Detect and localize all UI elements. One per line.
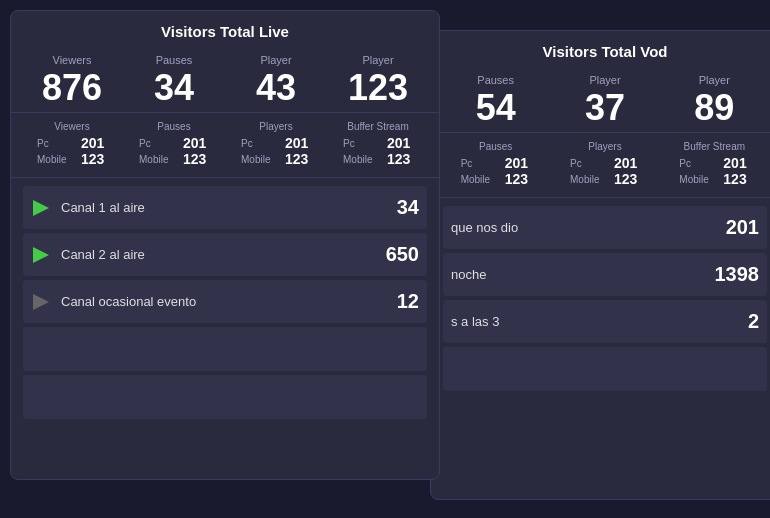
live-buffer-mobile-value: 123 bbox=[387, 151, 410, 167]
live-viewers-pc-value: 201 bbox=[81, 135, 104, 151]
live-bottom-buffer-label: Buffer Stream bbox=[347, 121, 409, 132]
live-stat-player43: Player 43 bbox=[241, 54, 311, 106]
vod-buffer-pc-value: 201 bbox=[723, 155, 746, 171]
live-players-mobile-value: 123 bbox=[285, 151, 308, 167]
vod-bottom-pauses-label: Pauses bbox=[479, 141, 512, 152]
vod-channels-section: que nos dio 201 noche 1398 s a las 3 2 bbox=[431, 198, 770, 403]
live-channels-section: Canal 1 al aire 34 Canal 2 al aire 650 C… bbox=[11, 178, 439, 431]
vod-channel-count-3: 2 bbox=[748, 310, 759, 333]
live-bottom-players: Players Pc 201 Mobile 123 bbox=[241, 121, 311, 167]
live-viewers-mobile-value: 123 bbox=[81, 151, 104, 167]
vod-bottom-buffer-label: Buffer Stream bbox=[684, 141, 746, 152]
live-buffer-pc-label: Pc bbox=[343, 138, 381, 149]
vod-player2-label: Player bbox=[699, 74, 730, 86]
vod-buffer-pc-row: Pc 201 bbox=[679, 155, 746, 171]
live-pauses-pc-value: 201 bbox=[183, 135, 206, 151]
vod-buffer-mobile-label: Mobile bbox=[679, 174, 717, 185]
live-empty-row-2 bbox=[23, 375, 427, 419]
vod-player1-label: Player bbox=[589, 74, 620, 86]
live-channel-name-3: Canal ocasional evento bbox=[61, 294, 397, 309]
vod-card-title: Visitors Total Vod bbox=[431, 31, 770, 68]
vod-bottom-players: Players Pc 201 Mobile 123 bbox=[570, 141, 640, 187]
vod-channel-name-3: s a las 3 bbox=[451, 314, 748, 329]
vod-channel-row-1[interactable]: que nos dio 201 bbox=[443, 206, 767, 249]
vod-players-pc-value: 201 bbox=[614, 155, 637, 171]
vod-players-pc-row: Pc 201 bbox=[570, 155, 637, 171]
live-top-stats: Viewers 876 Pauses 34 Player 43 Player 1… bbox=[11, 48, 439, 113]
live-channel-count-2: 650 bbox=[386, 243, 419, 266]
live-viewers-value: 876 bbox=[42, 70, 102, 106]
vod-stat-pauses: Pauses 54 bbox=[461, 74, 531, 126]
svg-marker-0 bbox=[33, 200, 49, 216]
live-viewers-pc-label: Pc bbox=[37, 138, 75, 149]
live-channel-row-3[interactable]: Canal ocasional evento 12 bbox=[23, 280, 427, 323]
live-viewers-mobile-row: Mobile 123 bbox=[37, 151, 104, 167]
live-pauses-pc-row: Pc 201 bbox=[139, 135, 206, 151]
live-viewers-pc-row: Pc 201 bbox=[37, 135, 104, 151]
vod-channel-row-3[interactable]: s a las 3 2 bbox=[443, 300, 767, 343]
live-channel-count-3: 12 bbox=[397, 290, 419, 313]
live-card-title: Visitors Total Live bbox=[11, 11, 439, 48]
live-pauses-label: Pauses bbox=[156, 54, 193, 66]
vod-card: Visitors Total Vod Pauses 54 Player 37 P… bbox=[430, 30, 770, 500]
live-pauses-mobile-label: Mobile bbox=[139, 154, 177, 165]
live-viewers-mobile-label: Mobile bbox=[37, 154, 75, 165]
live-player43-label: Player bbox=[260, 54, 291, 66]
live-stat-pauses: Pauses 34 bbox=[139, 54, 209, 106]
play-icon-3 bbox=[31, 292, 51, 312]
live-player123-value: 123 bbox=[348, 70, 408, 106]
vod-channel-count-2: 1398 bbox=[715, 263, 760, 286]
live-channel-row-1[interactable]: Canal 1 al aire 34 bbox=[23, 186, 427, 229]
live-channel-row-2[interactable]: Canal 2 al aire 650 bbox=[23, 233, 427, 276]
vod-players-mobile-label: Mobile bbox=[570, 174, 608, 185]
live-pauses-pc-label: Pc bbox=[139, 138, 177, 149]
live-empty-row-1 bbox=[23, 327, 427, 371]
live-player123-label: Player bbox=[362, 54, 393, 66]
vod-pauses-pc-row: Pc 201 bbox=[461, 155, 528, 171]
live-pauses-mobile-value: 123 bbox=[183, 151, 206, 167]
svg-marker-2 bbox=[33, 294, 49, 310]
vod-pauses-mobile-value: 123 bbox=[505, 171, 528, 187]
live-players-pc-label: Pc bbox=[241, 138, 279, 149]
vod-pauses-mobile-row: Mobile 123 bbox=[461, 171, 528, 187]
live-bottom-viewers-label: Viewers bbox=[54, 121, 89, 132]
live-bottom-players-label: Players bbox=[259, 121, 292, 132]
vod-bottom-pauses: Pauses Pc 201 Mobile 123 bbox=[461, 141, 531, 187]
vod-player1-value: 37 bbox=[585, 90, 625, 126]
play-icon-2 bbox=[31, 245, 51, 265]
vod-stat-player1: Player 37 bbox=[570, 74, 640, 126]
live-player43-value: 43 bbox=[256, 70, 296, 106]
live-bottom-pauses-label: Pauses bbox=[157, 121, 190, 132]
vod-channel-name-1: que nos dio bbox=[451, 220, 726, 235]
live-bottom-pauses: Pauses Pc 201 Mobile 123 bbox=[139, 121, 209, 167]
vod-channel-row-2[interactable]: noche 1398 bbox=[443, 253, 767, 296]
live-viewers-label: Viewers bbox=[53, 54, 92, 66]
svg-marker-1 bbox=[33, 247, 49, 263]
vod-bottom-players-label: Players bbox=[588, 141, 621, 152]
vod-buffer-pc-label: Pc bbox=[679, 158, 717, 169]
live-card: Visitors Total Live Viewers 876 Pauses 3… bbox=[10, 10, 440, 480]
live-channel-name-1: Canal 1 al aire bbox=[61, 200, 397, 215]
vod-players-mobile-value: 123 bbox=[614, 171, 637, 187]
live-buffer-pc-row: Pc 201 bbox=[343, 135, 410, 151]
live-buffer-mobile-row: Mobile 123 bbox=[343, 151, 410, 167]
live-channel-name-2: Canal 2 al aire bbox=[61, 247, 386, 262]
vod-pauses-pc-label: Pc bbox=[461, 158, 499, 169]
vod-channel-name-2: noche bbox=[451, 267, 715, 282]
live-bottom-stats: Viewers Pc 201 Mobile 123 Pauses Pc 201 … bbox=[11, 113, 439, 178]
play-icon-1 bbox=[31, 198, 51, 218]
vod-buffer-mobile-value: 123 bbox=[723, 171, 746, 187]
vod-bottom-stats: Pauses Pc 201 Mobile 123 Players Pc 201 … bbox=[431, 133, 770, 198]
live-buffer-pc-value: 201 bbox=[387, 135, 410, 151]
live-stat-viewers: Viewers 876 bbox=[37, 54, 107, 106]
live-bottom-buffer: Buffer Stream Pc 201 Mobile 123 bbox=[343, 121, 413, 167]
live-players-mobile-label: Mobile bbox=[241, 154, 279, 165]
live-players-mobile-row: Mobile 123 bbox=[241, 151, 308, 167]
vod-empty-row bbox=[443, 347, 767, 391]
vod-player2-value: 89 bbox=[694, 90, 734, 126]
live-channel-count-1: 34 bbox=[397, 196, 419, 219]
vod-pauses-pc-value: 201 bbox=[505, 155, 528, 171]
live-players-pc-value: 201 bbox=[285, 135, 308, 151]
vod-buffer-mobile-row: Mobile 123 bbox=[679, 171, 746, 187]
vod-players-mobile-row: Mobile 123 bbox=[570, 171, 637, 187]
